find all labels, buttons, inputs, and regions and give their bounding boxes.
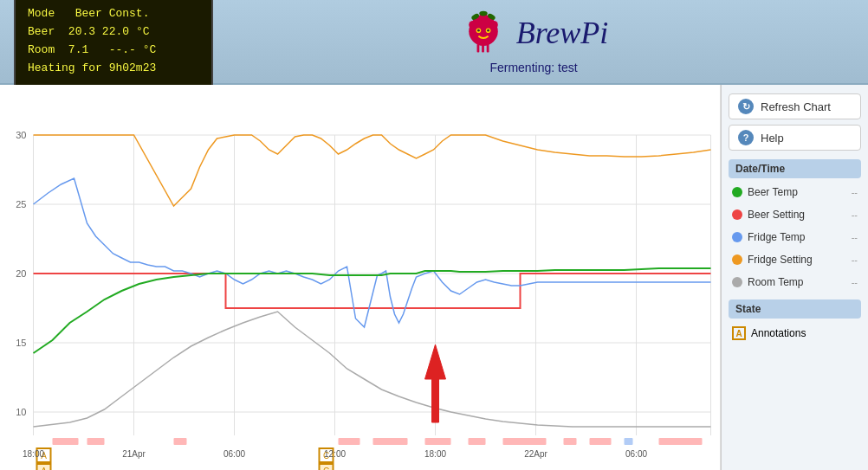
legend-item-room-temp: Room Temp -- bbox=[729, 274, 861, 291]
help-icon: ? bbox=[738, 130, 754, 145]
svg-rect-58 bbox=[469, 438, 486, 445]
lcd-room-set: --.- bbox=[109, 43, 136, 56]
lcd-mode-label: Mode bbox=[28, 7, 55, 20]
legend-item-fridge-temp: Fridge Temp -- bbox=[729, 229, 861, 246]
fridge-setting-dash: -- bbox=[852, 254, 858, 265]
svg-rect-54 bbox=[174, 438, 187, 445]
refresh-chart-button[interactable]: ↻ Refresh Chart bbox=[729, 93, 861, 119]
lcd-room-unit: °C bbox=[143, 43, 157, 56]
beer-temp-dot bbox=[732, 187, 742, 197]
lcd-beer-unit: °C bbox=[136, 25, 150, 38]
svg-rect-59 bbox=[503, 438, 547, 445]
svg-rect-56 bbox=[373, 438, 408, 445]
svg-text:10: 10 bbox=[16, 407, 26, 417]
lcd-room-value: 7.1 bbox=[68, 43, 88, 56]
annotation-icon: A bbox=[732, 326, 746, 340]
beer-temp-dash: -- bbox=[852, 187, 858, 197]
svg-text:21Apr: 21Apr bbox=[122, 449, 146, 459]
svg-rect-60 bbox=[564, 438, 577, 445]
svg-point-7 bbox=[479, 11, 487, 16]
svg-point-4 bbox=[489, 21, 497, 29]
legend-item-fridge-setting: Fridge Setting -- bbox=[729, 251, 861, 268]
lcd-room-label: Room bbox=[28, 43, 55, 56]
legend-item-beer-setting: Beer Setting -- bbox=[729, 206, 861, 223]
datetime-section: Date/Time bbox=[729, 159, 861, 178]
svg-rect-53 bbox=[87, 438, 105, 445]
room-temp-dash: -- bbox=[852, 277, 858, 287]
annotation-item: A Annotations bbox=[729, 324, 861, 343]
svg-text:06:00: 06:00 bbox=[223, 449, 245, 459]
fridge-temp-dot bbox=[732, 232, 742, 242]
legend-item-beer-temp: Beer Temp -- bbox=[729, 183, 861, 201]
header: Mode Beer Const. Beer 20.3 22.0 °C Room … bbox=[0, 0, 868, 85]
main-area: 30 25 20 15 10 bbox=[0, 85, 868, 470]
svg-text:18:00: 18:00 bbox=[424, 449, 446, 459]
svg-rect-61 bbox=[590, 438, 612, 445]
svg-text:12:00: 12:00 bbox=[324, 449, 346, 459]
lcd-beer-label: Beer bbox=[28, 25, 55, 38]
svg-text:30: 30 bbox=[16, 130, 26, 140]
lcd-display: Mode Beer Const. Beer 20.3 22.0 °C Room … bbox=[14, 0, 213, 88]
svg-text:06:00: 06:00 bbox=[625, 449, 647, 459]
svg-rect-62 bbox=[625, 438, 633, 445]
logo-image: BrewPi bbox=[459, 9, 609, 57]
svg-text:20: 20 bbox=[16, 268, 26, 279]
room-temp-label: Room Temp bbox=[748, 276, 852, 288]
svg-rect-13 bbox=[476, 44, 479, 52]
svg-rect-57 bbox=[425, 438, 451, 445]
svg-rect-14 bbox=[482, 44, 484, 52]
sidebar: ↻ Refresh Chart ? Help Date/Time Beer Te… bbox=[721, 85, 868, 470]
fermenting-status: Fermenting: test bbox=[489, 61, 577, 74]
lcd-heat-label: Heating for bbox=[28, 61, 102, 74]
lcd-beer-set: 20.3 bbox=[68, 25, 95, 38]
beer-temp-label: Beer Temp bbox=[748, 186, 852, 198]
svg-text:C: C bbox=[323, 467, 329, 470]
help-label: Help bbox=[761, 132, 784, 145]
svg-text:25: 25 bbox=[16, 199, 26, 209]
svg-text:22Apr: 22Apr bbox=[524, 449, 547, 459]
state-section: State bbox=[729, 299, 861, 319]
chart-area: 30 25 20 15 10 bbox=[0, 85, 721, 470]
svg-text:15: 15 bbox=[16, 338, 26, 348]
lcd-beer-actual: 22.0 bbox=[102, 25, 129, 38]
fridge-setting-dot bbox=[732, 254, 742, 265]
room-temp-dot bbox=[732, 277, 742, 287]
annotation-label: Annotations bbox=[751, 327, 806, 339]
refresh-label: Refresh Chart bbox=[761, 100, 831, 113]
svg-point-12 bbox=[487, 29, 489, 32]
svg-rect-55 bbox=[339, 438, 360, 445]
refresh-icon: ↻ bbox=[738, 99, 754, 114]
beer-setting-dash: -- bbox=[852, 209, 858, 220]
svg-text:18:00: 18:00 bbox=[23, 449, 44, 459]
fridge-temp-dash: -- bbox=[852, 232, 858, 242]
raspberry-icon bbox=[459, 9, 508, 57]
brewpi-logo-text: BrewPi bbox=[516, 15, 609, 51]
svg-rect-63 bbox=[659, 438, 703, 445]
beer-setting-label: Beer Setting bbox=[748, 209, 852, 221]
help-button[interactable]: ? Help bbox=[729, 125, 861, 151]
lcd-mode-value: Beer Const. bbox=[75, 7, 150, 20]
fridge-setting-label: Fridge Setting bbox=[748, 254, 852, 266]
svg-point-3 bbox=[469, 21, 476, 29]
logo-area: BrewPi Fermenting: test bbox=[213, 9, 854, 74]
svg-rect-52 bbox=[53, 438, 79, 445]
chart-svg: 30 25 20 15 10 bbox=[0, 85, 720, 470]
fridge-temp-label: Fridge Temp bbox=[748, 231, 852, 243]
lcd-heat-value: 9h02m23 bbox=[109, 61, 157, 74]
svg-rect-15 bbox=[486, 44, 489, 52]
svg-text:A: A bbox=[41, 467, 47, 470]
beer-setting-dot bbox=[732, 209, 742, 220]
svg-point-11 bbox=[477, 29, 480, 32]
